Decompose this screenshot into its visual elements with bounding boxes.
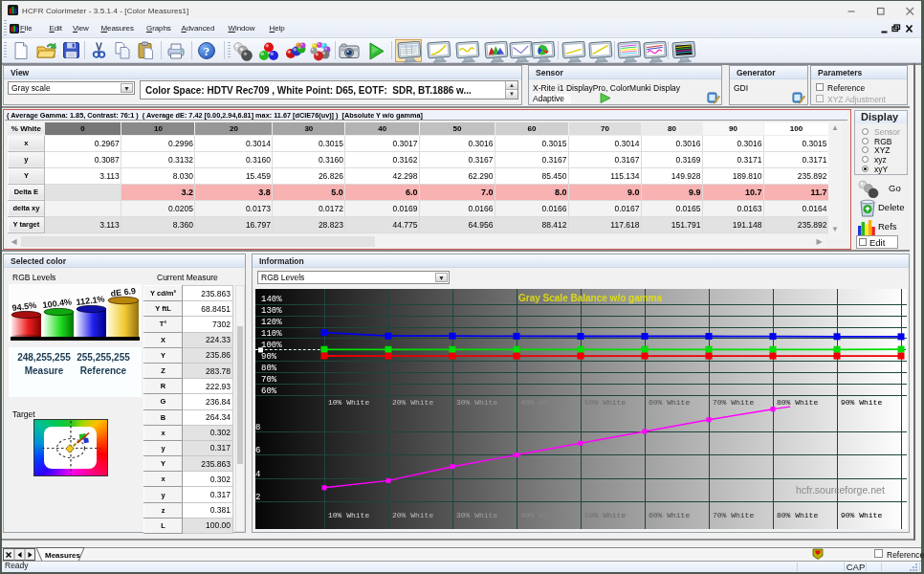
svg-text:10% White: 10% White [328,511,369,519]
svg-text:4: 4 [255,470,260,479]
svg-text:80% White: 80% White [777,511,818,519]
svg-text:20% White: 20% White [392,398,433,407]
svg-text:120%: 120% [261,318,282,327]
svg-text:30% White: 30% White [456,398,497,407]
svg-text:100.4%: 100.4% [42,297,73,310]
svg-text:70% White: 70% White [713,511,754,519]
svg-text:Gray Scale Balance w/o gamma: Gray Scale Balance w/o gamma [518,293,663,303]
svg-text:80%: 80% [261,364,277,373]
svg-text:130%: 130% [261,306,282,316]
svg-text:60% White: 60% White [649,398,690,407]
svg-text:140%: 140% [261,295,282,304]
svg-text:94.5%: 94.5% [11,300,37,313]
svg-text:70% White: 70% White [713,398,754,407]
svg-text:70%: 70% [261,375,277,385]
svg-text:80% White: 80% White [777,398,818,407]
svg-text:2: 2 [255,493,260,502]
svg-text:110%: 110% [261,329,282,339]
svg-text:40% White: 40% White [520,511,561,519]
svg-text:30% White: 30% White [456,511,497,519]
svg-text:20% White: 20% White [392,511,433,519]
svg-text:112.1%: 112.1% [76,294,105,307]
svg-text:100%: 100% [261,341,282,350]
svg-text:90%: 90% [261,352,277,362]
svg-text:50% White: 50% White [584,511,626,519]
svg-text:6: 6 [255,446,260,455]
svg-text:90% White: 90% White [841,511,882,519]
svg-text:10% White: 10% White [328,398,369,407]
svg-text:90% White: 90% White [841,398,882,407]
svg-text:60% White: 60% White [649,511,690,519]
svg-text:40% White: 40% White [520,398,561,407]
svg-text:50% White: 50% White [584,398,626,407]
svg-text:dE 6.9: dE 6.9 [110,286,137,298]
svg-text:60%: 60% [261,386,277,396]
svg-text:8: 8 [255,423,260,432]
svg-text:hcfr.sourceforge.net: hcfr.sourceforge.net [796,484,885,496]
svg-text:?: ? [204,44,210,58]
